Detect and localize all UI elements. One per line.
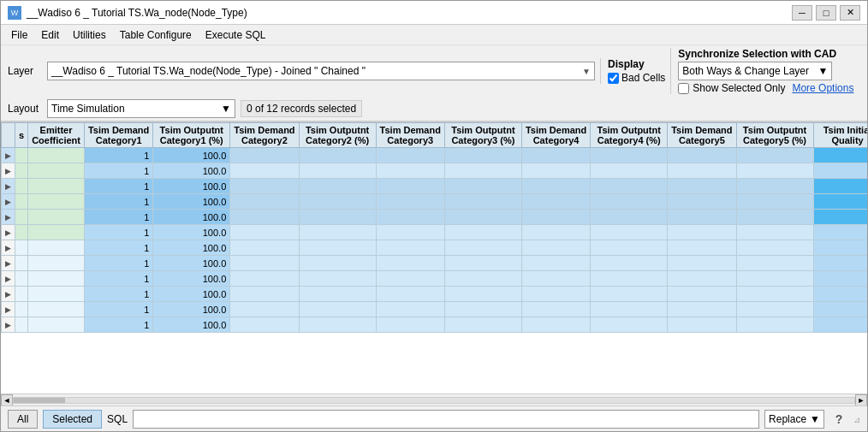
cell-empty-3	[444, 271, 521, 287]
replace-dropdown[interactable]: Replace ▼	[764, 410, 824, 429]
cell-empty-2	[376, 240, 444, 256]
table-row[interactable]: ▶1100.0	[2, 179, 868, 194]
row-arrow[interactable]: ▶	[2, 148, 15, 163]
cell-empty-6	[668, 210, 736, 225]
cell-quality	[813, 179, 867, 194]
menu-edit[interactable]: Edit	[34, 27, 66, 43]
menu-execute-sql[interactable]: Execute SQL	[199, 27, 273, 43]
cell-empty-5	[591, 302, 668, 317]
table-row[interactable]: ▶1100.0	[2, 148, 868, 163]
cell-empty-2	[376, 256, 444, 271]
layer-dropdown[interactable]: __Wadiso 6 _ Tutorial TS.Wa_node(Node_Ty…	[47, 62, 595, 80]
menu-utilities[interactable]: Utilities	[66, 27, 113, 43]
cell-empty-3	[444, 163, 521, 179]
cell-empty-7	[736, 271, 813, 287]
table-row[interactable]: ▶1100.0	[2, 302, 868, 317]
scroll-right-arrow[interactable]: ►	[855, 394, 867, 406]
cell-output-1: 100.0	[153, 271, 230, 287]
scrollbar-track[interactable]	[13, 397, 855, 404]
title-bar-left: W __Wadiso 6 _ Tutorial TS.Wa_node(Node_…	[8, 6, 247, 20]
cell-emitter	[28, 179, 85, 194]
row-arrow[interactable]: ▶	[2, 256, 15, 271]
cell-emitter	[28, 148, 85, 163]
cell-empty-7	[736, 287, 813, 302]
cell-s	[15, 287, 28, 302]
row-arrow[interactable]: ▶	[2, 194, 15, 210]
table-row[interactable]: ▶1100.0	[2, 287, 868, 302]
cell-empty-0	[230, 179, 299, 194]
cell-empty-3	[444, 225, 521, 240]
table-row[interactable]: ▶1100.0	[2, 194, 868, 210]
menu-table-configure[interactable]: Table Configure	[113, 27, 199, 43]
table-row[interactable]: ▶1100.0	[2, 317, 868, 333]
col-tsim-demand-2-header: Tsim DemandCategory2	[230, 123, 299, 148]
row-arrow[interactable]: ▶	[2, 287, 15, 302]
cell-empty-6	[668, 302, 736, 317]
col-tsim-demand-3-header: Tsim DemandCategory3	[376, 123, 444, 148]
row-arrow[interactable]: ▶	[2, 317, 15, 333]
data-table: s EmitterCoefficient Tsim DemandCategory…	[1, 122, 867, 333]
cell-emitter	[28, 225, 85, 240]
table-row[interactable]: ▶1100.0	[2, 256, 868, 271]
row-arrow[interactable]: ▶	[2, 302, 15, 317]
cell-empty-2	[376, 194, 444, 210]
table-scroll[interactable]: s EmitterCoefficient Tsim DemandCategory…	[1, 122, 867, 394]
resize-handle[interactable]: ⊿	[853, 415, 860, 424]
cell-empty-0	[230, 302, 299, 317]
selected-button[interactable]: Selected	[43, 410, 102, 429]
cell-empty-6	[668, 317, 736, 333]
table-row[interactable]: ▶1100.0	[2, 210, 868, 225]
row-arrow[interactable]: ▶	[2, 271, 15, 287]
sql-input[interactable]	[133, 410, 759, 429]
row-arrow[interactable]: ▶	[2, 179, 15, 194]
cell-empty-0	[230, 210, 299, 225]
layout-label: Layout	[8, 103, 42, 115]
table-row[interactable]: ▶1100.0	[2, 225, 868, 240]
sync-value: Both Ways & Change Layer	[682, 65, 809, 77]
help-button[interactable]: ?	[829, 410, 848, 429]
cell-output-1: 100.0	[153, 148, 230, 163]
row-arrow[interactable]: ▶	[2, 240, 15, 256]
cell-empty-1	[299, 256, 376, 271]
more-options-link[interactable]: More Options	[792, 82, 853, 94]
all-button[interactable]: All	[8, 410, 38, 429]
cell-empty-3	[444, 148, 521, 163]
table-row[interactable]: ▶1100.0	[2, 240, 868, 256]
sync-dropdown[interactable]: Both Ways & Change Layer ▼	[678, 62, 832, 80]
layer-dropdown-arrow: ▼	[582, 67, 591, 76]
records-label: 0 of 12 records selected	[241, 100, 362, 117]
cell-empty-4	[521, 287, 590, 302]
scrollbar-thumb[interactable]	[14, 398, 65, 403]
cell-empty-1	[299, 194, 376, 210]
minimize-button[interactable]: ─	[792, 5, 812, 21]
cell-demand-1: 1	[84, 271, 152, 287]
table-row[interactable]: ▶1100.0	[2, 271, 868, 287]
show-selected-checkbox[interactable]	[678, 83, 689, 94]
cell-empty-2	[376, 225, 444, 240]
cell-demand-1: 1	[84, 225, 152, 240]
cell-empty-2	[376, 210, 444, 225]
row-arrow[interactable]: ▶	[2, 210, 15, 225]
layout-dropdown[interactable]: Time Simulation ▼	[47, 99, 235, 118]
cell-s	[15, 302, 28, 317]
layout-value: Time Simulation	[51, 103, 125, 115]
cell-empty-2	[376, 317, 444, 333]
maximize-button[interactable]: □	[816, 5, 836, 21]
cell-empty-0	[230, 271, 299, 287]
cell-empty-7	[736, 225, 813, 240]
table-row[interactable]: ▶1100.0	[2, 163, 868, 179]
scroll-left-arrow[interactable]: ◄	[1, 394, 13, 406]
cell-emitter	[28, 317, 85, 333]
bad-cells-checkbox[interactable]	[608, 73, 619, 84]
row-arrow[interactable]: ▶	[2, 225, 15, 240]
close-button[interactable]: ✕	[840, 5, 860, 21]
row-arrow[interactable]: ▶	[2, 163, 15, 179]
cell-empty-6	[668, 271, 736, 287]
menu-file[interactable]: File	[4, 27, 34, 43]
cell-emitter	[28, 302, 85, 317]
cell-s	[15, 256, 28, 271]
cell-empty-6	[668, 148, 736, 163]
cell-empty-5	[591, 240, 668, 256]
col-tsim-initial-header: Tsim InitialQuality	[813, 123, 867, 148]
cell-empty-2	[376, 163, 444, 179]
